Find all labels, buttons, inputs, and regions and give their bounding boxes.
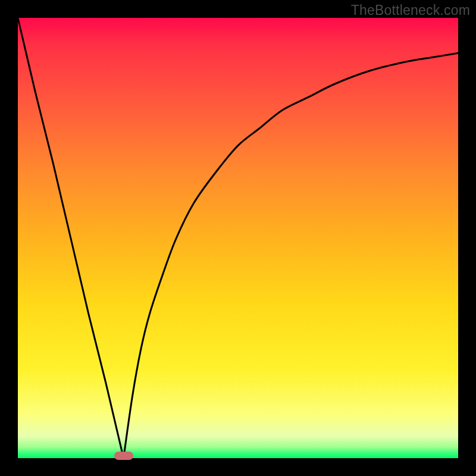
- bottleneck-curve: [18, 18, 458, 458]
- curve-right-branch: [124, 53, 458, 458]
- plot-frame: [18, 18, 458, 458]
- watermark-text: TheBottleneck.com: [351, 2, 470, 18]
- minimum-marker: [114, 452, 133, 460]
- curve-left-branch: [18, 18, 124, 458]
